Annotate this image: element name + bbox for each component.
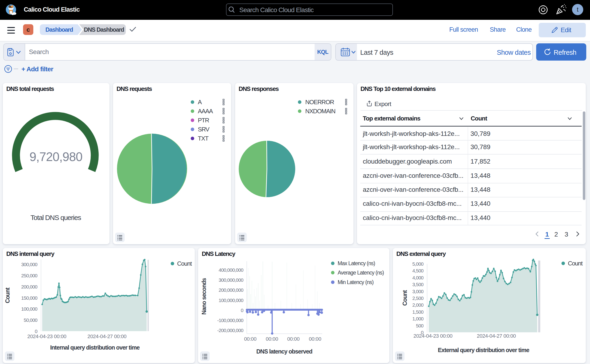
svg-text:DNS latency observed: DNS latency observed [256, 348, 312, 355]
svg-text:AAAA: AAAA [198, 108, 213, 115]
svg-text:Count: Count [402, 290, 408, 306]
svg-text:PTR: PTR [198, 117, 209, 124]
svg-text:2,500: 2,500 [412, 295, 423, 301]
svg-text:00:00: 00:00 [266, 336, 278, 342]
svg-text:-100,000,000: -100,000,000 [217, 318, 243, 323]
svg-text:3,500: 3,500 [412, 282, 423, 287]
svg-text:150,000: 150,000 [21, 295, 37, 301]
svg-text:Min Latency (ns): Min Latency (ns) [338, 279, 374, 285]
svg-text:Max Latency (ns): Max Latency (ns) [338, 260, 375, 266]
svg-text:100,000: 100,000 [21, 306, 37, 312]
svg-text:NXDOMAIN: NXDOMAIN [305, 108, 335, 115]
svg-text:9,720,980: 9,720,980 [30, 150, 83, 164]
svg-text:0: 0 [241, 308, 243, 313]
svg-text:4,000: 4,000 [412, 275, 423, 280]
svg-text:-200,000,000: -200,000,000 [217, 328, 243, 333]
svg-text:4,500: 4,500 [412, 268, 423, 273]
svg-text:2,000: 2,000 [412, 302, 423, 308]
svg-text:Total DNS queries: Total DNS queries [31, 214, 81, 221]
svg-text:00:00: 00:00 [244, 336, 256, 342]
svg-text:300,000: 300,000 [21, 262, 37, 267]
svg-text:2024-04-27 00:00: 2024-04-27 00:00 [87, 333, 126, 339]
svg-text:3,000: 3,000 [412, 289, 423, 294]
svg-text:0: 0 [35, 329, 37, 334]
svg-text:Count: Count [4, 287, 11, 303]
svg-text:300,000,000: 300,000,000 [219, 277, 243, 283]
svg-text:5,000: 5,000 [412, 261, 423, 266]
svg-text:Nano seconds: Nano seconds [201, 278, 207, 315]
svg-text:100,000,000: 100,000,000 [219, 298, 243, 303]
svg-text:200,000,000: 200,000,000 [219, 287, 243, 293]
svg-text:1,000: 1,000 [412, 316, 423, 321]
svg-text:400,000,000: 400,000,000 [219, 267, 243, 273]
svg-text:A: A [198, 98, 202, 105]
svg-text:Count: Count [177, 260, 192, 267]
svg-text:NOERROR: NOERROR [305, 98, 334, 105]
svg-text:200,000: 200,000 [21, 284, 37, 289]
svg-text:SRV: SRV [198, 126, 210, 133]
svg-text:2024-04-27 00:00: 2024-04-27 00:00 [477, 333, 516, 339]
svg-text:500: 500 [416, 323, 423, 328]
svg-text:External query distribution ov: External query distribution over time [438, 347, 529, 353]
svg-text:00:00: 00:00 [287, 336, 299, 342]
svg-text:Internal query distribution ov: Internal query distribution over time [50, 344, 140, 351]
svg-text:50,000: 50,000 [24, 317, 38, 323]
svg-text:250,000: 250,000 [21, 273, 37, 278]
svg-text:TXT: TXT [198, 135, 208, 142]
svg-text:2024-04-23 00:00: 2024-04-23 00:00 [413, 333, 452, 339]
svg-text:00:00: 00:00 [309, 336, 321, 342]
svg-text:2024-04-23 00:00: 2024-04-23 00:00 [27, 333, 66, 339]
svg-text:Average Latency (ns): Average Latency (ns) [338, 270, 384, 276]
svg-text:Count: Count [568, 260, 583, 267]
svg-text:1,500: 1,500 [412, 309, 423, 315]
